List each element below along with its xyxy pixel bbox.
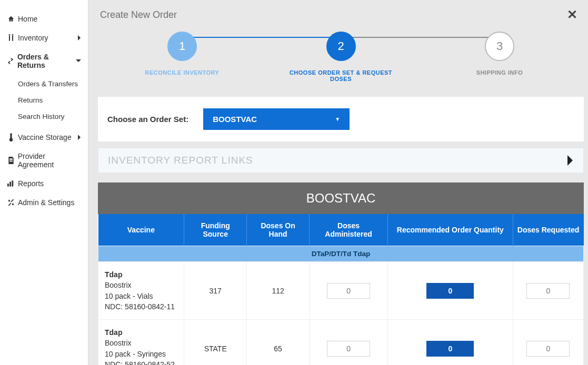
document-icon [6,157,16,164]
order-set-label: Choose an Order Set: [107,115,188,124]
vaccine-cell: Tdap Boostrix 10 pack - Vials NDC: 58160… [98,262,184,320]
vaccine-cell: Tdap Boostrix 10 pack - Syringes NDC: 58… [98,320,184,365]
chevron-down-icon [75,59,82,63]
sidebar-item-search-history[interactable]: Search History [0,108,88,125]
sidebar-item-provider-agreement[interactable]: Provider Agreement [0,147,88,174]
doses-administered [309,262,387,320]
stepper: 1 RECONCILE INVENTORY 2 CHOOSE ORDER SET… [98,22,584,97]
svg-rect-2 [12,34,14,35]
transfer-icon [6,58,15,64]
doses-on-hand: 65 [247,320,310,365]
col-vaccine: Vaccine [98,214,184,246]
stepper-connector [172,37,335,38]
chart-icon [6,180,16,187]
table-header-row: Vaccine Funding Source Doses On Hand Dos… [98,214,584,246]
recommended-qty-cell: 0 [388,262,513,320]
order-set-panel: Choose an Order Set: BOOSTVAC ▼ [98,97,584,141]
table-row: Tdap Boostrix 10 pack - Syringes NDC: 58… [98,320,584,365]
sidebar-item-home[interactable]: Home [0,9,88,28]
vial-icon [6,34,16,42]
accordion-title: INVENTORY REPORT LINKS [108,155,253,166]
sidebar-item-label: Vaccine Storage [18,133,72,141]
order-table: BOOSTVAC Vaccine Funding Source Doses On… [98,182,584,365]
vaccine-ndc: NDC: 58160-0842-52 [105,359,178,365]
caret-down-icon: ▼ [335,116,340,122]
sidebar-item-label: Reports [18,179,44,188]
main-content: Create New Order ✕ 1 RECONCILE INVENTORY… [88,0,588,365]
doses-administered-input[interactable] [327,283,370,299]
step-circle: 1 [167,32,197,61]
step-circle: 3 [485,32,514,61]
sidebar-item-orders-transfers[interactable]: Orders & Transfers [0,76,88,92]
sidebar: Home Inventory Orders & Returns Orders &… [0,0,88,365]
col-funding-source: Funding Source [184,214,247,246]
sidebar-item-reports[interactable]: Reports [0,174,88,193]
vaccine-pack: 10 pack - Syringes [105,349,178,359]
table-row: Tdap Boostrix 10 pack - Vials NDC: 58160… [98,262,584,320]
funding-source: 317 [184,262,247,320]
sidebar-item-label: Admin & Settings [18,198,74,207]
vaccine-name: Tdap [105,327,178,338]
svg-point-5 [9,138,13,141]
step-shipping-info[interactable]: 3 SHIPPING INFO [447,32,552,76]
sidebar-sub-label: Returns [18,96,43,104]
page-title: Create New Order [100,9,177,21]
sidebar-item-label: Inventory [18,34,48,42]
step-label: SHIPPING INFO [476,69,523,76]
sidebar-item-inventory[interactable]: Inventory [0,28,88,47]
thermometer-icon [6,133,16,141]
table-title: BOOSTVAC [98,182,584,214]
order-set-dropdown[interactable]: BOOSTVAC ▼ [203,108,350,130]
vaccine-brand: Boostrix [105,280,178,290]
chevron-right-icon [77,134,82,140]
funding-source: STATE [184,320,247,365]
svg-rect-1 [9,35,10,41]
doses-requested-input[interactable] [526,283,570,299]
sidebar-item-returns[interactable]: Returns [0,92,88,108]
sidebar-item-label: Home [18,15,37,23]
col-doses-on-hand: Doses On Hand [247,214,310,246]
svg-rect-8 [12,180,13,186]
page-header: Create New Order ✕ [98,0,584,22]
step-circle: 2 [326,32,356,61]
chevron-right-icon [77,35,82,41]
recommended-qty-badge[interactable]: 0 [426,283,474,299]
doses-requested-cell [513,262,583,320]
doses-requested-cell [513,320,583,365]
svg-rect-0 [9,34,11,35]
col-recommended-qty: Recommended Order Quantity [388,214,513,246]
svg-rect-6 [7,184,9,187]
step-label: RECONCILE INVENTORY [145,69,220,76]
doses-administered-input[interactable] [327,341,370,357]
sidebar-item-label: Provider Agreement [18,152,82,169]
vaccine-pack: 10 pack - Vials [105,291,178,301]
col-doses-requested: Doses Requested [513,214,583,246]
recommended-qty-cell: 0 [388,320,513,365]
sidebar-item-vaccine-storage[interactable]: Vaccine Storage [0,128,88,147]
sidebar-subnav-orders: Orders & Transfers Returns Search Histor… [0,75,88,128]
vaccine-ndc: NDC: 58160-0842-11 [105,301,178,312]
vaccine-brand: Boostrix [105,338,178,348]
dropdown-selected: BOOSTVAC [213,115,257,124]
doses-administered [309,320,387,365]
svg-rect-3 [12,35,13,41]
sidebar-item-orders-returns[interactable]: Orders & Returns [0,47,88,75]
home-icon [6,15,16,23]
inventory-report-links-accordion[interactable]: INVENTORY REPORT LINKS [98,148,584,173]
recommended-qty-badge[interactable]: 0 [426,341,474,357]
sidebar-item-label: Orders & Returns [17,53,75,69]
table-group-row: DTaP/DT/Td Tdap [98,246,584,262]
doses-requested-input[interactable] [526,341,570,357]
sidebar-sub-label: Orders & Transfers [18,80,78,88]
vaccine-name: Tdap [105,269,178,280]
chevron-right-icon [566,155,574,166]
sidebar-item-admin-settings[interactable]: Admin & Settings [0,193,88,212]
svg-rect-7 [9,182,11,187]
sidebar-sub-label: Search History [18,113,65,120]
close-icon[interactable]: ✕ [567,7,580,22]
stepper-connector [347,37,511,38]
step-choose-order-set[interactable]: 2 CHOOSE ORDER SET & REQUEST DOSES [288,32,394,82]
doses-on-hand: 112 [247,262,310,320]
step-reconcile-inventory[interactable]: 1 RECONCILE INVENTORY [129,32,235,76]
tools-icon [6,199,16,206]
